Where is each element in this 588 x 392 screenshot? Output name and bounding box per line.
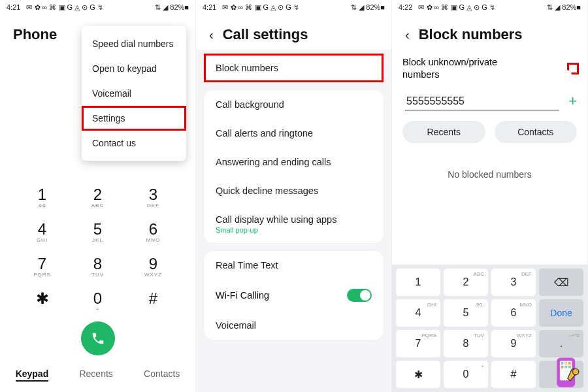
status-battery: ⇅ ◢ 82%■ xyxy=(547,3,581,12)
dial-key-1[interactable]: 1ᴏᴏ xyxy=(14,183,70,211)
numkey-done[interactable]: Done xyxy=(539,299,583,327)
numkey-5[interactable]: 5JKL xyxy=(444,299,488,327)
tab-recents[interactable]: Recents xyxy=(79,368,112,382)
status-battery: ⇅ ◢ 82%■ xyxy=(155,3,189,12)
add-number-button[interactable]: + xyxy=(568,93,577,110)
screen-call-settings: 4:21 ✉ ✿ ∞ ⌘ ▣ G ◬ ⊙ G ↯ ⇅ ◢ 82%■ ‹ Call… xyxy=(196,0,392,392)
numkey-⌫[interactable]: ⌫ xyxy=(539,269,583,296)
call-button[interactable] xyxy=(81,321,115,355)
dial-key-8[interactable]: 8TUV xyxy=(70,252,125,280)
dial-key-4[interactable]: 4GHI xyxy=(14,218,70,246)
numkey-8[interactable]: 8TUV xyxy=(444,330,488,357)
numkey-.[interactable]: .–+*# xyxy=(539,330,583,357)
empty-blocked-message: No blocked numbers xyxy=(392,169,587,180)
bottom-tabs: KeypadRecentsContacts xyxy=(0,362,195,388)
numkey-2[interactable]: 2ABC xyxy=(444,269,488,296)
menu-item-voicemail[interactable]: Voicemail xyxy=(82,81,186,106)
page-title: Phone xyxy=(13,26,57,43)
setting-voicemail[interactable]: Voicemail xyxy=(204,311,384,340)
block-unknown-label: Block unknown/private numbers xyxy=(402,56,527,81)
pill-contacts[interactable]: Contacts xyxy=(495,121,578,143)
setting-real-time-text[interactable]: Real Time Text xyxy=(204,251,384,280)
dial-key-3[interactable]: 3DEF xyxy=(125,183,181,211)
pill-recents[interactable]: Recents xyxy=(402,121,485,143)
screen-phone: 4:21 ✉ ✿ ∞ ⌘ ▣ G ◬ ⊙ G ↯ ⇅ ◢ 82%■ Phone … xyxy=(0,0,196,392)
menu-item-open-to-keypad[interactable]: Open to keypad xyxy=(82,56,186,81)
svg-rect-6 xyxy=(564,366,567,368)
svg-rect-4 xyxy=(568,362,571,365)
dial-key-9[interactable]: 9WXYZ xyxy=(125,252,181,280)
tab-contacts[interactable]: Contacts xyxy=(144,368,180,382)
numkey-3[interactable]: 3DEF xyxy=(491,269,536,296)
numkey-7[interactable]: 7PQRS xyxy=(396,330,440,357)
back-button[interactable]: ‹ xyxy=(209,27,214,42)
setting-quick-decline-messages[interactable]: Quick decline messages xyxy=(204,176,384,205)
overflow-menu: Speed dial numbersOpen to keypadVoicemai… xyxy=(82,26,186,161)
status-icons: ✉ ✿ ∞ ⌘ ▣ G ◬ ⊙ G ↯ xyxy=(26,3,103,12)
setting-answering-and-ending-calls[interactable]: Answering and ending calls xyxy=(204,148,384,176)
header: ‹ Call settings xyxy=(196,14,391,50)
menu-item-speed-dial-numbers[interactable]: Speed dial numbers xyxy=(82,31,186,56)
screen-block-numbers: 4:22 ✉ ✿ ∞ ⌘ ▣ G ◬ ⊙ G ↯ ⇅ ◢ 82%■ ‹ Bloc… xyxy=(392,0,588,392)
dial-key-6[interactable]: 6MNO xyxy=(125,218,181,246)
dial-key-✱[interactable]: ✱ xyxy=(14,287,70,315)
svg-rect-3 xyxy=(564,362,567,365)
wifi-calling-toggle[interactable] xyxy=(347,289,372,302)
header: ‹ Block numbers xyxy=(392,14,587,50)
svg-rect-7 xyxy=(568,366,571,368)
status-icons: ✉ ✿ ∞ ⌘ ▣ G ◬ ⊙ G ↯ xyxy=(222,3,299,12)
dial-key-0[interactable]: 0+ xyxy=(70,287,125,315)
page-title: Call settings xyxy=(223,26,308,43)
svg-point-8 xyxy=(572,368,578,374)
block-unknown-row: Block unknown/private numbers xyxy=(392,50,587,88)
setting-call-background[interactable]: Call background xyxy=(204,90,384,119)
dial-keypad: 1ᴏᴏ2ABC3DEF4GHI5JKL6MNO7PQRS8TUV9WXYZ✱0+… xyxy=(0,180,195,318)
status-battery: ⇅ ◢ 82%■ xyxy=(351,3,385,12)
setting-call-display-while-using-apps[interactable]: Call display while using appsSmall pop-u… xyxy=(204,205,384,243)
toggle-highlight xyxy=(569,65,577,73)
numkey-9[interactable]: 9WXYZ xyxy=(491,330,536,357)
menu-item-contact-us[interactable]: Contact us xyxy=(82,131,186,155)
watermark-icon xyxy=(549,354,586,391)
status-bar: 4:21 ✉ ✿ ∞ ⌘ ▣ G ◬ ⊙ G ↯ ⇅ ◢ 82%■ xyxy=(0,0,195,14)
setting-call-alerts-and-ringtone[interactable]: Call alerts and ringtone xyxy=(204,119,384,148)
numkey-4[interactable]: 4GHI xyxy=(396,299,440,327)
status-bar: 4:22 ✉ ✿ ∞ ⌘ ▣ G ◬ ⊙ G ↯ ⇅ ◢ 82%■ xyxy=(392,0,587,14)
numkey-1[interactable]: 1 xyxy=(396,269,440,296)
numkey-0[interactable]: 0+ xyxy=(444,361,488,388)
settings-list: Block numbers Call backgroundCall alerts… xyxy=(196,50,391,344)
status-bar: 4:21 ✉ ✿ ∞ ⌘ ▣ G ◬ ⊙ G ↯ ⇅ ◢ 82%■ xyxy=(196,0,391,14)
dial-key-2[interactable]: 2ABC xyxy=(70,183,125,211)
setting-wi-fi-calling[interactable]: Wi-Fi Calling xyxy=(204,280,384,311)
numkey-✱[interactable]: ✱ xyxy=(396,361,440,388)
status-time: 4:22 xyxy=(399,3,412,11)
setting-block-numbers[interactable]: Block numbers xyxy=(204,54,384,82)
menu-item-settings[interactable]: Settings xyxy=(82,106,186,131)
numkey-#[interactable]: # xyxy=(491,361,536,388)
dial-key-5[interactable]: 5JKL xyxy=(70,218,125,246)
status-time: 4:21 xyxy=(7,3,20,11)
source-pills: RecentsContacts xyxy=(392,113,587,151)
page-title: Block numbers xyxy=(419,26,523,43)
status-time: 4:21 xyxy=(203,3,216,11)
number-input-row: + xyxy=(392,88,587,113)
numkey-6[interactable]: 6MNO xyxy=(491,299,536,327)
status-icons: ✉ ✿ ∞ ⌘ ▣ G ◬ ⊙ G ↯ xyxy=(418,3,495,12)
tab-keypad[interactable]: Keypad xyxy=(16,368,49,382)
svg-rect-5 xyxy=(561,366,564,368)
phone-number-input[interactable] xyxy=(405,93,559,110)
back-button[interactable]: ‹ xyxy=(405,27,410,42)
svg-rect-2 xyxy=(561,362,564,365)
dial-key-7[interactable]: 7PQRS xyxy=(14,252,70,280)
dial-key-#[interactable]: # xyxy=(125,287,181,315)
